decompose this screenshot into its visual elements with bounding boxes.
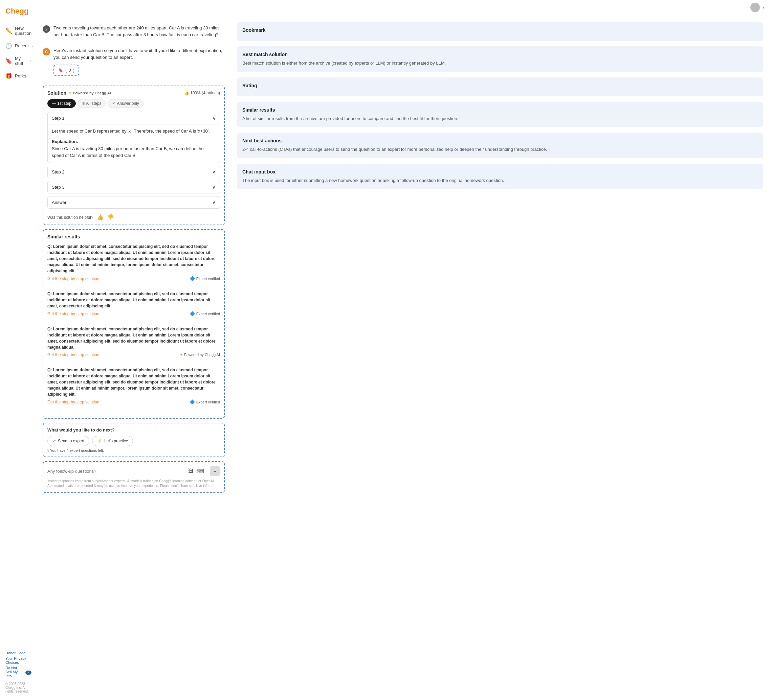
copyright-text: © 2003-2023 Chegg Inc. All rights reserv… (5, 682, 31, 693)
annotation-best-match: Best match solution Best match solution … (237, 46, 763, 72)
step-1-header[interactable]: Step 1 ∧ (48, 112, 220, 124)
next-actions-section: What would you like to do next? ↗ Send t… (43, 423, 225, 457)
sidebar-item-perks[interactable]: 🎁 Perks (0, 69, 37, 82)
tab-icon: ≡ (82, 101, 85, 106)
avatar[interactable] (751, 3, 760, 12)
send-icon: ↗ (52, 439, 56, 444)
lets-practice-button[interactable]: ⚡ Let's practice (92, 436, 133, 446)
get-solution-link[interactable]: Get the step-by-step solution (47, 311, 99, 316)
sidebar-item-label: New question (15, 26, 31, 36)
center-panel: 2 Two cars traveling towards each other … (37, 15, 230, 700)
question-box: 2 Two cars traveling towards each other … (43, 21, 225, 42)
privacy-choices-link[interactable]: Your Privacy Choices (5, 656, 31, 665)
q-label: Q: (47, 292, 53, 296)
step-1-explanation: Explanation: Since Car A is traveling 30… (52, 138, 215, 159)
next-actions-title: What would you like to do next? (47, 427, 220, 432)
powered-badge: ✦ Powered by Chegg AI (68, 91, 111, 95)
get-solution-link[interactable]: Get the step-by-step solution (47, 352, 99, 357)
expert-icon: 🔷 (189, 399, 195, 405)
sidebar-item-recent[interactable]: 🕐 Recent › (0, 39, 37, 52)
honor-code-link[interactable]: Honor Code (5, 651, 31, 655)
ai-icon: ✦ (180, 353, 183, 357)
perks-icon: 🎁 (5, 73, 12, 79)
tab-answer-only[interactable]: ✓ Answer only (108, 99, 143, 108)
chat-submit-button[interactable]: → (210, 466, 220, 476)
chevron-down-icon: ∨ (212, 200, 215, 205)
get-solution-link[interactable]: Get the step-by-step solution (47, 276, 99, 281)
tab-1st-step[interactable]: — 1st step (47, 99, 76, 108)
bookmark-icon: 🔖 (58, 68, 63, 73)
chat-input-box: 🖼 ⌨ → Instant responses come from subjec… (43, 461, 225, 493)
do-not-sell-link[interactable]: Do Not Sell My Info (5, 666, 24, 678)
similar-item-footer: Get the step-by-step solution 🔷 Expert v… (47, 276, 220, 281)
similar-item: Q: Lorem ipsum dolor sit amet, consectet… (47, 367, 220, 409)
answer-intro-row: C Here's an instant solution so you don'… (43, 47, 225, 82)
answer-step-header[interactable]: Answer ∨ (48, 197, 220, 208)
thumbs-up-button[interactable]: 👍 (97, 214, 104, 221)
chevron-right-icon: › (30, 59, 31, 63)
header-right: ▾ (751, 3, 765, 12)
answer-step: Answer ∨ (47, 196, 220, 209)
similar-item: Q: Lorem ipsum dolor sit amet, consectet… (47, 291, 220, 321)
get-solution-link[interactable]: Get the step-by-step solution (47, 400, 99, 405)
similar-question-text: Q: Lorem ipsum dolor sit amet, consectet… (47, 367, 220, 397)
chat-disclaimer: Instant responses come from subject-matt… (47, 479, 220, 488)
sidebar-footer: Honor Code Your Privacy Choices Do Not S… (0, 651, 37, 693)
new-question-icon: ✏️ (5, 28, 12, 34)
annotation-bookmark: Bookmark (237, 22, 763, 41)
expert-badge: 🔷 Expert verified (189, 311, 220, 316)
similar-item-footer: Get the step-by-step solution 🔷 Expert v… (47, 311, 220, 316)
solution-header: Solution ✦ Powered by Chegg AI 👍 100% (4… (47, 90, 220, 96)
tab-icon: — (52, 101, 56, 106)
questions-left: ℹ You have 4 expert questions left. (47, 448, 220, 452)
expert-icon: 🔷 (189, 311, 195, 316)
top-header: ▾ (37, 0, 770, 15)
privacy-badge: ✓ (25, 671, 31, 675)
chevron-down-icon: ∨ (212, 185, 215, 190)
send-to-expert-button[interactable]: ↗ Send to expert (47, 436, 89, 446)
sidebar-item-new-question[interactable]: ✏️ New question (0, 22, 37, 39)
similar-item-footer: Get the step-by-step solution ✦ Powered … (47, 352, 220, 357)
sidebar-item-label: Recent (15, 43, 29, 48)
annotation-chat-input-box: Chat input box The input box is used for… (237, 164, 763, 189)
annotation-similar-results: Similar results A list of similar result… (237, 102, 763, 127)
info-icon: ℹ (47, 448, 49, 452)
annotation-next-best-actions: Next best actions 2-4 call-to-actions (C… (237, 132, 763, 158)
step-3: Step 3 ∨ (47, 181, 220, 194)
chegg-answer-icon: C (43, 48, 50, 55)
expert-badge: 🔷 Expert verified (189, 399, 220, 405)
question-text: Two cars traveling towards each other ar… (53, 25, 225, 38)
similar-question-text: Q: Lorem ipsum dolor sit amet, consectet… (47, 244, 220, 274)
bookmark-box[interactable]: 🔖 (0) (53, 65, 79, 76)
logo-text: Chegg (5, 7, 28, 15)
step-2-header[interactable]: Step 2 ∨ (48, 166, 220, 178)
expert-badge: 🔷 Expert verified (189, 276, 220, 281)
practice-icon: ⚡ (97, 439, 102, 444)
step-2: Step 2 ∨ (47, 166, 220, 178)
step-1: Step 1 ∧ Let the speed of Car B represen… (47, 112, 220, 163)
action-buttons-row: ↗ Send to expert ⚡ Let's practice (47, 436, 220, 446)
sidebar-item-my-stuff[interactable]: 🔖 My stuff › (0, 52, 37, 69)
q-label: Q: (47, 368, 53, 372)
question-number-icon: 2 (43, 25, 50, 33)
chevron-up-icon: ∧ (212, 116, 215, 121)
arrow-right-icon: → (213, 469, 217, 474)
q-label: Q: (47, 327, 53, 331)
step-1-content: Let the speed of Car B represented by 'x… (48, 124, 220, 163)
similar-question-text: Q: Lorem ipsum dolor sit amet, consectet… (47, 326, 220, 350)
similar-results-section: Similar results Q: Lorem ipsum dolor sit… (43, 229, 225, 419)
chevron-right-icon: › (31, 44, 33, 48)
tab-all-steps[interactable]: ≡ All steps (78, 99, 105, 108)
chat-input-field[interactable] (47, 469, 186, 474)
similar-results-title: Similar results (47, 234, 220, 239)
sidebar: Chegg ✏️ New question 🕐 Recent › 🔖 My st… (0, 0, 37, 700)
right-panel: Bookmark Best match solution Best match … (230, 15, 770, 700)
solution-label: Solution ✦ Powered by Chegg AI (47, 90, 111, 96)
step-3-header[interactable]: Step 3 ∨ (48, 181, 220, 193)
q-label: Q: (47, 244, 53, 249)
image-upload-button[interactable]: 🖼 (188, 468, 194, 474)
similar-item: Q: Lorem ipsum dolor sit amet, consectet… (47, 244, 220, 286)
annotation-rating: Rating (237, 77, 763, 97)
keyboard-button[interactable]: ⌨ (196, 468, 204, 474)
thumbs-down-button[interactable]: 👎 (107, 214, 114, 221)
